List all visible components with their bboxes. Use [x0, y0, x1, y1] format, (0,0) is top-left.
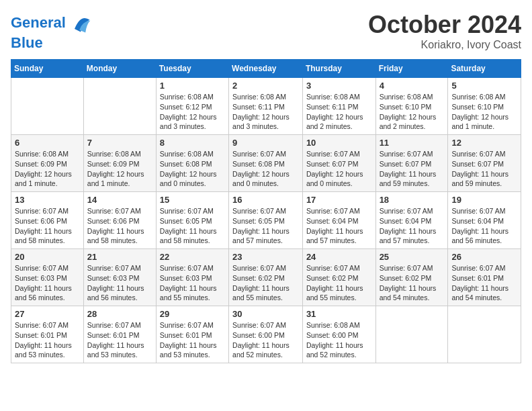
calendar-cell: 13Sunrise: 6:07 AM Sunset: 6:06 PM Dayli…: [11, 192, 84, 249]
day-info: Sunrise: 6:07 AM Sunset: 6:07 PM Dayligh…: [380, 149, 445, 189]
day-info: Sunrise: 6:07 AM Sunset: 6:08 PM Dayligh…: [232, 149, 299, 189]
calendar-cell: 8Sunrise: 6:08 AM Sunset: 6:08 PM Daylig…: [156, 135, 228, 192]
day-info: Sunrise: 6:07 AM Sunset: 6:01 PM Dayligh…: [160, 320, 225, 360]
day-info: Sunrise: 6:08 AM Sunset: 6:09 PM Dayligh…: [87, 149, 152, 189]
calendar-cell: [375, 306, 448, 363]
day-number: 2: [232, 81, 299, 91]
day-number: 6: [15, 138, 80, 148]
day-info: Sunrise: 6:07 AM Sunset: 6:06 PM Dayligh…: [15, 206, 80, 246]
day-info: Sunrise: 6:07 AM Sunset: 6:03 PM Dayligh…: [160, 263, 225, 303]
calendar-cell: 25Sunrise: 6:07 AM Sunset: 6:02 PM Dayli…: [375, 249, 448, 306]
day-number: 23: [232, 252, 299, 262]
day-number: 10: [306, 138, 372, 148]
weekday-header-wednesday: Wednesday: [229, 60, 303, 78]
calendar-cell: 12Sunrise: 6:07 AM Sunset: 6:07 PM Dayli…: [448, 135, 521, 192]
day-info: Sunrise: 6:08 AM Sunset: 6:08 PM Dayligh…: [160, 149, 225, 189]
calendar-cell: 21Sunrise: 6:07 AM Sunset: 6:03 PM Dayli…: [83, 249, 156, 306]
calendar-cell: 24Sunrise: 6:07 AM Sunset: 6:02 PM Dayli…: [302, 249, 375, 306]
logo-blue-text: Blue: [11, 35, 93, 51]
day-info: Sunrise: 6:08 AM Sunset: 6:11 PM Dayligh…: [232, 92, 299, 132]
day-info: Sunrise: 6:07 AM Sunset: 6:02 PM Dayligh…: [232, 263, 299, 303]
calendar-cell: 26Sunrise: 6:07 AM Sunset: 6:01 PM Dayli…: [448, 249, 521, 306]
day-info: Sunrise: 6:08 AM Sunset: 6:00 PM Dayligh…: [306, 320, 372, 360]
calendar-cell: 15Sunrise: 6:07 AM Sunset: 6:05 PM Dayli…: [156, 192, 228, 249]
day-info: Sunrise: 6:07 AM Sunset: 6:07 PM Dayligh…: [306, 149, 372, 189]
day-info: Sunrise: 6:07 AM Sunset: 6:01 PM Dayligh…: [87, 320, 152, 360]
page-header: General Blue October 2024 Koriakro, Ivor…: [11, 11, 521, 51]
day-info: Sunrise: 6:07 AM Sunset: 6:02 PM Dayligh…: [380, 263, 445, 303]
calendar-cell: [448, 306, 521, 363]
calendar-cell: 1Sunrise: 6:08 AM Sunset: 6:12 PM Daylig…: [156, 78, 228, 135]
logo-icon: [69, 11, 93, 35]
calendar-cell: 27Sunrise: 6:07 AM Sunset: 6:01 PM Dayli…: [11, 306, 84, 363]
calendar-cell: 9Sunrise: 6:07 AM Sunset: 6:08 PM Daylig…: [229, 135, 303, 192]
calendar-cell: 28Sunrise: 6:07 AM Sunset: 6:01 PM Dayli…: [83, 306, 156, 363]
day-info: Sunrise: 6:07 AM Sunset: 6:03 PM Dayligh…: [87, 263, 152, 303]
day-info: Sunrise: 6:08 AM Sunset: 6:11 PM Dayligh…: [306, 92, 372, 132]
calendar-cell: 5Sunrise: 6:08 AM Sunset: 6:10 PM Daylig…: [448, 78, 521, 135]
calendar-cell: [11, 78, 84, 135]
day-number: 5: [451, 81, 517, 91]
day-info: Sunrise: 6:08 AM Sunset: 6:12 PM Dayligh…: [160, 92, 225, 132]
calendar-week-row: 27Sunrise: 6:07 AM Sunset: 6:01 PM Dayli…: [11, 306, 521, 363]
day-info: Sunrise: 6:07 AM Sunset: 6:04 PM Dayligh…: [451, 206, 517, 246]
calendar-table: SundayMondayTuesdayWednesdayThursdayFrid…: [11, 59, 521, 363]
calendar-cell: 29Sunrise: 6:07 AM Sunset: 6:01 PM Dayli…: [156, 306, 228, 363]
day-info: Sunrise: 6:07 AM Sunset: 6:01 PM Dayligh…: [15, 320, 80, 360]
calendar-cell: 3Sunrise: 6:08 AM Sunset: 6:11 PM Daylig…: [302, 78, 375, 135]
calendar-cell: 14Sunrise: 6:07 AM Sunset: 6:06 PM Dayli…: [83, 192, 156, 249]
calendar-cell: 30Sunrise: 6:07 AM Sunset: 6:00 PM Dayli…: [229, 306, 303, 363]
logo-text: General: [11, 15, 66, 31]
day-number: 17: [306, 195, 372, 205]
weekday-header-monday: Monday: [83, 60, 156, 78]
location: Koriakro, Ivory Coast: [368, 39, 521, 51]
calendar-week-row: 6Sunrise: 6:08 AM Sunset: 6:09 PM Daylig…: [11, 135, 521, 192]
calendar-cell: 23Sunrise: 6:07 AM Sunset: 6:02 PM Dayli…: [229, 249, 303, 306]
day-number: 21: [87, 252, 152, 262]
calendar-cell: 6Sunrise: 6:08 AM Sunset: 6:09 PM Daylig…: [11, 135, 84, 192]
day-number: 20: [15, 252, 80, 262]
day-number: 13: [15, 195, 80, 205]
day-number: 3: [306, 81, 372, 91]
weekday-header-row: SundayMondayTuesdayWednesdayThursdayFrid…: [11, 60, 521, 78]
calendar-cell: 16Sunrise: 6:07 AM Sunset: 6:05 PM Dayli…: [229, 192, 303, 249]
day-number: 7: [87, 138, 152, 148]
calendar-cell: 18Sunrise: 6:07 AM Sunset: 6:04 PM Dayli…: [375, 192, 448, 249]
day-number: 30: [232, 309, 299, 319]
month-title: October 2024: [368, 11, 521, 39]
day-info: Sunrise: 6:07 AM Sunset: 6:07 PM Dayligh…: [451, 149, 517, 189]
day-number: 18: [380, 195, 445, 205]
day-number: 8: [160, 138, 225, 148]
day-number: 29: [160, 309, 225, 319]
calendar-cell: 4Sunrise: 6:08 AM Sunset: 6:10 PM Daylig…: [375, 78, 448, 135]
weekday-header-tuesday: Tuesday: [156, 60, 228, 78]
calendar-week-row: 13Sunrise: 6:07 AM Sunset: 6:06 PM Dayli…: [11, 192, 521, 249]
day-info: Sunrise: 6:07 AM Sunset: 6:01 PM Dayligh…: [451, 263, 517, 303]
calendar-cell: 17Sunrise: 6:07 AM Sunset: 6:04 PM Dayli…: [302, 192, 375, 249]
day-info: Sunrise: 6:08 AM Sunset: 6:10 PM Dayligh…: [380, 92, 445, 132]
calendar-cell: [83, 78, 156, 135]
day-number: 9: [232, 138, 299, 148]
calendar-cell: 7Sunrise: 6:08 AM Sunset: 6:09 PM Daylig…: [83, 135, 156, 192]
day-info: Sunrise: 6:07 AM Sunset: 6:06 PM Dayligh…: [87, 206, 152, 246]
day-info: Sunrise: 6:07 AM Sunset: 6:04 PM Dayligh…: [306, 206, 372, 246]
weekday-header-saturday: Saturday: [448, 60, 521, 78]
day-number: 4: [380, 81, 445, 91]
day-number: 27: [15, 309, 80, 319]
day-info: Sunrise: 6:07 AM Sunset: 6:00 PM Dayligh…: [232, 320, 299, 360]
day-number: 24: [306, 252, 372, 262]
day-info: Sunrise: 6:07 AM Sunset: 6:02 PM Dayligh…: [306, 263, 372, 303]
day-number: 16: [232, 195, 299, 205]
day-number: 14: [87, 195, 152, 205]
day-info: Sunrise: 6:07 AM Sunset: 6:04 PM Dayligh…: [380, 206, 445, 246]
calendar-cell: 2Sunrise: 6:08 AM Sunset: 6:11 PM Daylig…: [229, 78, 303, 135]
logo: General Blue: [11, 11, 93, 51]
calendar-cell: 20Sunrise: 6:07 AM Sunset: 6:03 PM Dayli…: [11, 249, 84, 306]
day-info: Sunrise: 6:08 AM Sunset: 6:10 PM Dayligh…: [451, 92, 517, 132]
day-number: 22: [160, 252, 225, 262]
calendar-cell: 11Sunrise: 6:07 AM Sunset: 6:07 PM Dayli…: [375, 135, 448, 192]
day-number: 11: [380, 138, 445, 148]
calendar-cell: 22Sunrise: 6:07 AM Sunset: 6:03 PM Dayli…: [156, 249, 228, 306]
calendar-week-row: 1Sunrise: 6:08 AM Sunset: 6:12 PM Daylig…: [11, 78, 521, 135]
day-info: Sunrise: 6:07 AM Sunset: 6:05 PM Dayligh…: [160, 206, 225, 246]
